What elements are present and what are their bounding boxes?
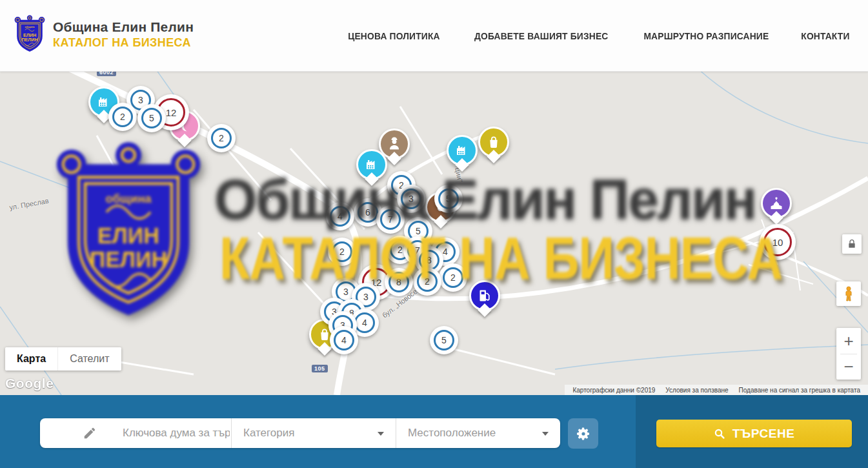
map-cluster[interactable]: 4 — [330, 326, 358, 354]
terms-link[interactable]: Условия за ползване — [660, 387, 733, 394]
keyword-section — [40, 418, 231, 448]
map-pin-factory[interactable] — [356, 149, 387, 180]
nav-contacts[interactable]: КОНТАКТИ — [801, 30, 849, 41]
map-cluster[interactable]: 2 — [328, 238, 356, 266]
search-button-label: ТЪРСЕНЕ — [732, 427, 795, 441]
map-cluster[interactable]: 5 — [430, 326, 458, 354]
site-subtitle: КАТАЛОГ НА БИЗНЕСА — [53, 36, 194, 50]
map-type-switcher: Карта Сателит — [5, 347, 121, 371]
zoom-control: + − — [836, 328, 861, 380]
map-cluster[interactable]: 3 — [397, 185, 425, 213]
chevron-down-icon — [378, 432, 384, 436]
map-data-copyright: Картографски данни ©2019 — [567, 387, 660, 394]
search-field-group: Категория Местоположение — [40, 418, 560, 448]
worker-icon — [387, 136, 402, 152]
category-dropdown-label: Категория — [243, 427, 294, 440]
map-view-button[interactable]: Карта — [5, 347, 57, 371]
gear-icon — [576, 426, 591, 442]
factory-icon — [454, 143, 470, 158]
map-pin-factory[interactable] — [447, 135, 478, 166]
map-pin-church[interactable] — [761, 188, 792, 219]
map-cluster[interactable]: 2 — [413, 267, 441, 296]
map-cluster[interactable]: 10 — [760, 224, 796, 260]
factory-icon — [96, 94, 112, 110]
main-nav: ЦЕНОВА ПОЛИТИКА ДОБАВЕТЕ ВАШИЯТ БИЗНЕС М… — [344, 0, 852, 71]
header: община ЕЛИН ПЕЛИН Община Елин Пелин КАТА… — [0, 0, 868, 72]
svg-text:община: община — [25, 25, 35, 28]
map-cluster[interactable]: 5 — [137, 104, 166, 132]
map-cluster[interactable]: 7 — [376, 205, 405, 234]
lock-icon — [847, 239, 856, 249]
fuel-icon — [477, 288, 492, 303]
church-icon — [769, 196, 784, 211]
google-logo[interactable]: Google — [5, 376, 54, 391]
nav-add-business[interactable]: ДОБАВЕТЕ ВАШИЯТ БИЗНЕС — [474, 30, 608, 41]
chevron-down-icon — [542, 432, 549, 436]
map-cluster[interactable]: 5 — [434, 185, 463, 213]
keyword-search-input[interactable] — [121, 426, 231, 440]
report-error-link[interactable]: Подаване на сигнал за грешка в картата — [734, 387, 865, 394]
brand-logo[interactable]: община ЕЛИН ПЕЛИН Община Елин Пелин КАТА… — [14, 14, 194, 54]
zoom-in-button[interactable]: + — [836, 328, 861, 354]
search-button[interactable]: ТЪРСЕНЕ — [656, 420, 852, 447]
site-title: Община Елин Пелин — [53, 19, 194, 35]
category-dropdown[interactable]: Категория — [231, 418, 396, 448]
zoom-out-button[interactable]: − — [836, 354, 861, 380]
pencil-icon — [83, 426, 97, 440]
advanced-settings-button[interactable] — [568, 418, 598, 449]
search-bar: Категория Местоположение ТЪРСЕНЕ — [0, 395, 868, 468]
location-dropdown[interactable]: Местоположение — [396, 418, 560, 448]
shopping-bag-icon — [486, 134, 501, 150]
street-view-pegman[interactable] — [836, 281, 861, 306]
map-cluster[interactable]: 2 — [207, 124, 236, 152]
map-cluster[interactable]: 2 — [108, 103, 137, 131]
municipality-crest-icon: община ЕЛИН ПЕЛИН — [14, 14, 45, 54]
map-cluster[interactable]: 2 — [439, 263, 467, 292]
satellite-view-button[interactable]: Сателит — [57, 347, 121, 371]
nav-pricing-policy[interactable]: ЦЕНОВА ПОЛИТИКА — [348, 30, 439, 41]
map-cluster[interactable]: 8 — [385, 268, 413, 296]
map-canvas[interactable]: 6002105ул. Преславбул. „Новоселции" 3122… — [0, 71, 868, 395]
svg-text:ПЕЛИН: ПЕЛИН — [21, 37, 37, 43]
map-markers-layer: 312252235647510272482212833384345 — [0, 71, 868, 395]
nav-route-schedule[interactable]: МАРШРУТНО РАЗПИСАНИЕ — [644, 30, 769, 41]
map-cluster[interactable]: 4 — [326, 202, 354, 230]
lock-button[interactable] — [842, 234, 862, 254]
factory-icon — [364, 157, 379, 172]
search-icon — [714, 428, 725, 440]
map-pin-shopping-bag[interactable] — [478, 127, 509, 158]
location-dropdown-label: Местоположение — [408, 427, 496, 440]
map-pin-fuel[interactable] — [469, 280, 500, 311]
map-attribution: Картографски данни ©2019 Условия за полз… — [565, 385, 868, 395]
pegman-icon — [842, 285, 856, 302]
